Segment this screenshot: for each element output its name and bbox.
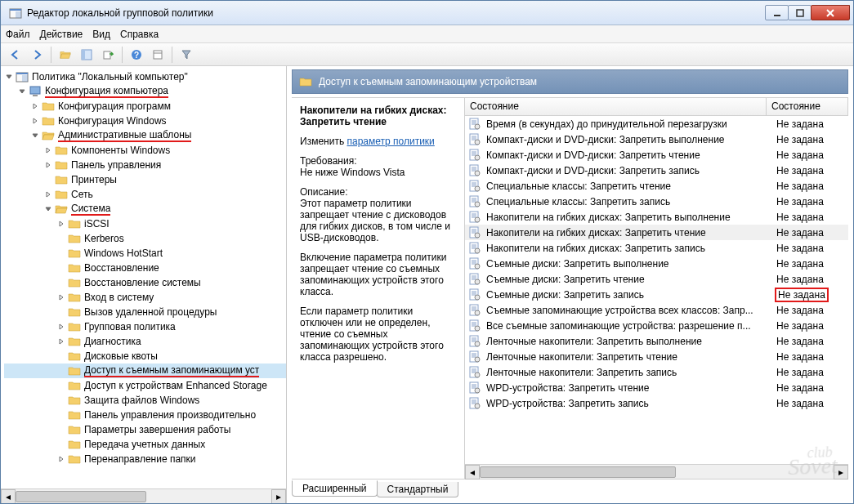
scroll-thumb[interactable] <box>480 466 676 478</box>
list-hscrollbar[interactable]: ◂ ▸ <box>465 464 848 479</box>
tree-item[interactable]: Восстановление системы <box>84 277 201 288</box>
menu-file[interactable]: Файл <box>6 29 30 40</box>
maximize-button[interactable] <box>788 5 812 20</box>
tree-item[interactable]: Параметры завершения работы <box>84 424 230 435</box>
policy-list-pane: Состояние Состояние Время (в секундах) д… <box>465 98 848 479</box>
app-icon <box>16 70 29 83</box>
policy-row[interactable]: Съемные диски: Запретить записьНе задана <box>465 287 848 302</box>
tree-item[interactable]: Диагностика <box>84 336 141 347</box>
tree-removable[interactable]: Доступ к съемным запоминающим уст <box>84 364 259 377</box>
tree-admin-templates[interactable]: Административные шаблоны <box>58 129 191 142</box>
expand-icon[interactable] <box>4 72 14 82</box>
policy-row[interactable]: Время (в секундах) до принудительной пер… <box>465 116 848 132</box>
tree-item[interactable]: Восстановление <box>84 262 159 274</box>
expand-icon[interactable] <box>56 292 66 302</box>
policy-row[interactable]: Накопители на гибких дисках: Запретить з… <box>465 240 848 256</box>
back-button[interactable] <box>6 45 25 65</box>
menu-help[interactable]: Справка <box>120 29 159 40</box>
col-state-2[interactable]: Состояние <box>767 98 848 115</box>
content-header: Доступ к съемным запоминающим устройства… <box>292 69 848 94</box>
folder-icon <box>68 247 81 260</box>
scroll-thumb[interactable] <box>16 491 146 502</box>
tree-root[interactable]: Политика "Локальный компьютер" <box>32 71 188 83</box>
scroll-left-icon[interactable]: ◂ <box>465 465 480 479</box>
folder-icon <box>68 335 81 348</box>
tree-item[interactable]: Windows HotStart <box>84 248 163 259</box>
up-button[interactable] <box>56 45 75 65</box>
expand-icon[interactable] <box>30 131 40 140</box>
help-button[interactable]: ? <box>127 45 146 65</box>
expand-icon[interactable] <box>43 160 53 170</box>
tree-item[interactable]: Kerberos <box>84 233 124 244</box>
tree-item[interactable]: iSCSI <box>84 218 110 230</box>
tree-item[interactable]: Перенаправление папки <box>84 453 196 465</box>
tree-item[interactable]: Панель управления <box>71 159 161 171</box>
policy-icon <box>468 319 481 332</box>
tree-item[interactable]: Конфигурация программ <box>58 100 171 112</box>
tree-item[interactable]: Вызов удаленной процедуры <box>84 306 217 318</box>
expand-icon[interactable] <box>56 337 66 346</box>
tab-extended[interactable]: Расширенный <box>292 480 378 497</box>
policy-row[interactable]: Компакт-диски и DVD-диски: Запретить чте… <box>465 147 848 163</box>
expand-icon[interactable] <box>56 219 66 229</box>
tree-item[interactable]: Панель управления производительно <box>84 409 256 421</box>
tree-item[interactable]: Конфигурация Windows <box>58 115 167 127</box>
policy-row[interactable]: Съемные диски: Запретить чтениеНе задана <box>465 271 848 287</box>
policy-row[interactable]: Накопители на гибких дисках: Запретить в… <box>465 209 848 225</box>
close-button[interactable] <box>811 5 850 20</box>
tree-item[interactable]: Защита файлов Windows <box>84 395 199 406</box>
expand-icon[interactable] <box>43 190 53 199</box>
expand-icon[interactable] <box>30 101 40 111</box>
policy-row[interactable]: Ленточные накопители: Запретить чтениеНе… <box>465 349 848 364</box>
menu-action[interactable]: Действие <box>40 29 83 40</box>
show-tree-button[interactable] <box>77 45 96 65</box>
tree-item[interactable]: Сеть <box>71 189 93 200</box>
policy-row[interactable]: Специальные классы: Запретить чтениеНе з… <box>465 178 848 194</box>
tree-comp-config[interactable]: Конфигурация компьютера <box>45 85 168 98</box>
properties-button[interactable] <box>148 45 168 65</box>
tree-item[interactable]: Дисковые квоты <box>84 350 158 362</box>
policy-row[interactable]: Компакт-диски и DVD-диски: Запретить вып… <box>465 132 848 147</box>
expand-icon[interactable] <box>56 454 66 464</box>
expand-icon[interactable] <box>30 116 40 126</box>
expand-icon[interactable] <box>17 87 27 96</box>
policy-row[interactable]: WPD-устройства: Запретить записьНе задан… <box>465 395 848 411</box>
tree-item[interactable]: Вход в систему <box>84 292 154 303</box>
tree-item[interactable]: Групповая политика <box>84 321 176 332</box>
policy-icon <box>468 304 481 317</box>
minimize-button[interactable] <box>765 5 789 20</box>
filter-button[interactable] <box>177 45 196 65</box>
menu-view[interactable]: Вид <box>92 29 110 40</box>
tree-item[interactable]: Передача учетных данных <box>84 439 205 450</box>
tree[interactable]: Политика "Локальный компьютер" Конфигура… <box>1 66 286 488</box>
forward-button[interactable] <box>27 45 47 65</box>
scroll-right-icon[interactable]: ▸ <box>834 465 848 479</box>
policy-row[interactable]: Специальные классы: Запретить записьНе з… <box>465 194 848 209</box>
policy-row[interactable]: WPD-устройства: Запретить чтениеНе задан… <box>465 380 848 395</box>
expand-icon[interactable] <box>43 204 53 214</box>
policy-row[interactable]: Ленточные накопители: Запретить выполнен… <box>465 333 848 349</box>
tree-hscrollbar[interactable]: ◂ ▸ <box>1 488 286 503</box>
expand-icon[interactable] <box>43 145 53 155</box>
export-button[interactable] <box>98 45 118 65</box>
expand-icon[interactable] <box>56 322 66 332</box>
tree-system[interactable]: Система <box>71 203 110 216</box>
tree-item[interactable]: Принтеры <box>71 174 117 185</box>
policy-icon <box>468 288 481 301</box>
folder-icon <box>68 438 81 451</box>
policy-row[interactable]: Съемные диски: Запретить выполнениеНе за… <box>465 256 848 271</box>
policy-row[interactable]: Съемные запоминающие устройства всех кла… <box>465 302 848 318</box>
policy-row[interactable]: Накопители на гибких дисках: Запретить ч… <box>465 225 848 240</box>
policy-row[interactable]: Ленточные накопители: Запретить записьНе… <box>465 364 848 380</box>
policy-list[interactable]: Время (в секундах) до принудительной пер… <box>465 116 848 462</box>
edit-policy-link[interactable]: параметр политики <box>347 136 434 147</box>
col-state-1[interactable]: Состояние <box>465 98 767 115</box>
policy-row[interactable]: Компакт-диски и DVD-диски: Запретить зап… <box>465 163 848 178</box>
policy-row[interactable]: Все съемные запоминающие устройства: раз… <box>465 318 848 333</box>
tree-item[interactable]: Компоненты Windows <box>71 145 170 156</box>
tree-item[interactable]: Доступ к устройствам Enhanced Storage <box>84 380 267 391</box>
scroll-left-icon[interactable]: ◂ <box>1 489 16 503</box>
tab-standard[interactable]: Стандартный <box>377 482 459 497</box>
scroll-right-icon[interactable]: ▸ <box>271 489 286 503</box>
svg-text:?: ? <box>134 51 139 60</box>
